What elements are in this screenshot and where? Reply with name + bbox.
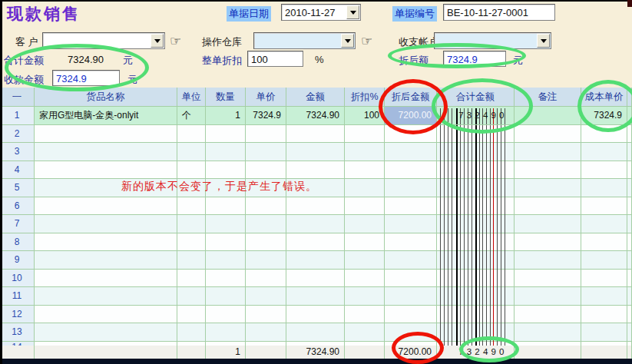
empty-cell[interactable] [246, 306, 286, 324]
empty-cell[interactable] [515, 306, 581, 324]
empty-cell[interactable] [385, 215, 437, 233]
discounted-total-input[interactable]: 7324.9 [443, 51, 506, 67]
empty-cell[interactable] [581, 233, 627, 252]
row-number[interactable]: 13 [0, 323, 35, 342]
row-number[interactable]: 6 [0, 197, 35, 216]
empty-cell[interactable] [246, 323, 286, 342]
empty-cell[interactable] [177, 306, 206, 324]
empty-cell[interactable] [206, 215, 246, 233]
empty-cell[interactable] [246, 270, 286, 288]
empty-cell[interactable] [385, 197, 437, 216]
empty-cell[interactable] [286, 233, 345, 252]
empty-cell[interactable] [345, 306, 385, 324]
empty-cell[interactable] [627, 251, 632, 270]
empty-cell[interactable] [286, 306, 345, 324]
empty-cell[interactable] [385, 179, 437, 197]
empty-cell[interactable] [345, 125, 385, 144]
empty-cell[interactable] [177, 323, 206, 342]
empty-cell[interactable] [345, 179, 385, 197]
empty-cell[interactable] [35, 270, 177, 288]
empty-cell[interactable] [437, 287, 515, 306]
empty-cell[interactable] [35, 287, 177, 306]
empty-cell[interactable] [345, 251, 385, 270]
row-number[interactable]: 11 [0, 287, 35, 306]
empty-cell[interactable] [177, 233, 206, 252]
empty-cell[interactable] [627, 233, 632, 252]
empty-cell[interactable] [246, 143, 286, 161]
empty-cell[interactable] [246, 287, 286, 306]
empty-cell[interactable] [515, 197, 581, 216]
empty-cell[interactable] [627, 179, 632, 197]
empty-cell[interactable] [35, 161, 177, 180]
empty-cell[interactable] [206, 287, 246, 306]
empty-cell[interactable] [515, 233, 581, 252]
row-number[interactable]: 2 [0, 125, 35, 144]
empty-cell[interactable] [581, 251, 627, 270]
empty-cell[interactable] [515, 161, 581, 180]
empty-cell[interactable] [581, 215, 627, 233]
empty-cell[interactable] [286, 251, 345, 270]
empty-cell[interactable] [581, 161, 627, 180]
empty-cell[interactable] [35, 215, 177, 233]
received-amount-input[interactable]: 7324.9 [52, 70, 120, 86]
doc-date-combo[interactable]: 2010-11-27 [281, 4, 361, 21]
empty-cell[interactable] [35, 125, 177, 144]
empty-cell[interactable] [246, 125, 286, 144]
empty-cell[interactable] [385, 306, 437, 324]
empty-cell[interactable] [437, 251, 515, 270]
empty-cell[interactable] [35, 323, 177, 342]
row-number[interactable]: 7 [0, 215, 35, 233]
customer-lookup-hand-icon[interactable]: ☞ [170, 35, 181, 48]
empty-cell[interactable] [35, 233, 177, 252]
empty-cell[interactable] [177, 143, 206, 161]
row1-product-name[interactable]: 家用G型电脑-金奥-onlyit [35, 107, 177, 125]
customer-combo[interactable] [42, 32, 165, 49]
empty-cell[interactable] [286, 197, 345, 216]
empty-cell[interactable] [437, 161, 515, 180]
empty-cell[interactable] [385, 143, 437, 161]
empty-cell[interactable] [581, 270, 627, 288]
empty-cell[interactable] [206, 233, 246, 252]
empty-cell[interactable] [437, 197, 515, 216]
warehouse-lookup-hand-icon[interactable]: ☞ [361, 35, 372, 48]
empty-cell[interactable] [515, 251, 581, 270]
row1-number[interactable]: 1 [0, 107, 35, 125]
empty-cell[interactable] [385, 251, 437, 270]
row-number[interactable]: 4 [0, 161, 35, 180]
empty-cell[interactable] [286, 215, 345, 233]
empty-cell[interactable] [627, 270, 632, 288]
empty-cell[interactable] [177, 270, 206, 288]
empty-cell[interactable] [35, 143, 177, 161]
empty-cell[interactable] [581, 143, 627, 161]
empty-cell[interactable] [286, 161, 345, 180]
empty-cell[interactable] [515, 125, 581, 144]
empty-cell[interactable] [581, 306, 627, 324]
empty-cell[interactable] [345, 143, 385, 161]
account-combo[interactable] [434, 32, 551, 49]
empty-cell[interactable] [35, 306, 177, 324]
empty-cell[interactable] [627, 287, 632, 306]
empty-cell[interactable] [286, 143, 345, 161]
empty-cell[interactable] [286, 270, 345, 288]
row-number[interactable]: 12 [0, 306, 35, 324]
row1-discounted-amount-selected-cell[interactable]: 7200.00 [385, 107, 437, 125]
empty-cell[interactable] [345, 287, 385, 306]
doc-date-dropdown-button[interactable] [346, 5, 359, 19]
empty-cell[interactable] [246, 233, 286, 252]
row-number[interactable]: 8 [0, 233, 35, 252]
row1-unit[interactable]: 个 [177, 107, 206, 125]
empty-cell[interactable] [627, 161, 632, 180]
account-dropdown-button[interactable] [537, 34, 550, 48]
order-discount-input[interactable]: 100 [247, 51, 303, 67]
empty-cell[interactable] [385, 161, 437, 180]
row1-remark[interactable] [515, 107, 581, 125]
empty-cell[interactable] [385, 323, 437, 342]
empty-cell[interactable] [286, 323, 345, 342]
empty-cell[interactable] [345, 161, 385, 180]
empty-cell[interactable] [627, 306, 632, 324]
empty-cell[interactable] [177, 215, 206, 233]
warehouse-dropdown-button[interactable] [341, 34, 354, 48]
empty-cell[interactable] [581, 125, 627, 144]
empty-cell[interactable] [345, 197, 385, 216]
empty-cell[interactable] [177, 125, 206, 144]
